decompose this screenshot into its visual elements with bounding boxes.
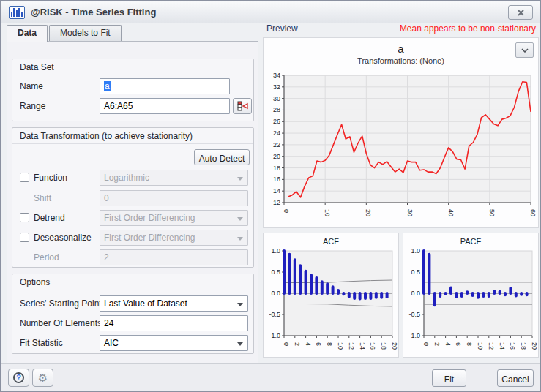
chevron-down-icon bbox=[521, 48, 529, 53]
chart-title: a bbox=[264, 42, 538, 55]
acf-card: ACF 1.00.50.0-0.5-1.002468101214161820 bbox=[263, 233, 399, 358]
fit-button[interactable]: Fit bbox=[432, 369, 466, 387]
name-label: Name bbox=[20, 81, 43, 91]
close-button[interactable] bbox=[508, 5, 533, 20]
preview-options-button[interactable] bbox=[515, 42, 534, 58]
period-label: Period bbox=[34, 252, 59, 263]
options-header: Options bbox=[12, 274, 253, 290]
svg-text:-0.5: -0.5 bbox=[408, 311, 420, 318]
acf-plot: 1.00.50.0-0.5-1.002468101214161820 bbox=[265, 248, 398, 356]
svg-text:12: 12 bbox=[348, 342, 355, 350]
starting-point-dropdown[interactable]: Last Value of Dataset bbox=[100, 295, 248, 312]
footer-bar: ? ⚙ Fit Cancel bbox=[1, 363, 540, 391]
svg-text:12: 12 bbox=[273, 199, 280, 206]
stationarity-warning: Mean appears to be non-stationary bbox=[400, 23, 536, 34]
name-input[interactable]: a bbox=[100, 78, 230, 94]
svg-text:-0.5: -0.5 bbox=[269, 311, 280, 318]
tab-data[interactable]: Data bbox=[7, 25, 48, 42]
function-dropdown[interactable]: Logarithmic bbox=[100, 170, 248, 186]
shift-label: Shift bbox=[34, 193, 51, 203]
fit-statistic-dropdown[interactable]: AIC bbox=[100, 335, 248, 351]
svg-text:34: 34 bbox=[273, 72, 280, 79]
svg-text:4: 4 bbox=[444, 342, 452, 346]
svg-text:10: 10 bbox=[324, 209, 331, 216]
svg-text:0: 0 bbox=[283, 209, 290, 213]
chevron-down-icon bbox=[237, 237, 243, 241]
svg-text:24: 24 bbox=[273, 129, 280, 137]
chevron-down-icon bbox=[237, 303, 243, 306]
data-transformation-group: Data Transformation (to achieve stationa… bbox=[12, 127, 254, 268]
svg-text:14: 14 bbox=[359, 342, 366, 350]
svg-text:60: 60 bbox=[529, 209, 537, 216]
detrend-dropdown[interactable]: First Order Differencing bbox=[100, 210, 248, 226]
svg-text:28: 28 bbox=[273, 106, 280, 113]
window-title: @RISK - Time Series Fitting bbox=[31, 7, 156, 18]
svg-text:0: 0 bbox=[283, 342, 290, 346]
data-transformation-header: Data Transformation (to achieve stationa… bbox=[12, 128, 253, 144]
range-label: Range bbox=[20, 101, 45, 111]
shift-input[interactable]: 0 bbox=[100, 190, 248, 206]
svg-text:20: 20 bbox=[531, 342, 538, 350]
time-series-plot: 1214161820222426283032340102030405060 bbox=[265, 72, 537, 226]
svg-text:26: 26 bbox=[273, 118, 280, 125]
svg-text:2: 2 bbox=[294, 342, 301, 346]
detrend-checkbox[interactable] bbox=[20, 213, 29, 222]
svg-text:16: 16 bbox=[509, 342, 516, 350]
deseasonalize-checkbox[interactable] bbox=[20, 233, 29, 242]
range-picker-button[interactable] bbox=[233, 98, 252, 114]
svg-text:20: 20 bbox=[391, 342, 398, 350]
svg-text:40: 40 bbox=[447, 209, 455, 216]
range-input[interactable]: A6:A65 bbox=[100, 98, 230, 114]
help-button[interactable]: ? bbox=[8, 369, 29, 387]
svg-text:20: 20 bbox=[273, 153, 280, 160]
deseasonalize-label: Deseasonalize bbox=[34, 233, 92, 243]
cancel-button[interactable]: Cancel bbox=[497, 369, 534, 387]
svg-text:16: 16 bbox=[369, 342, 376, 350]
svg-text:20: 20 bbox=[365, 209, 372, 216]
data-set-header: Data Set bbox=[12, 59, 253, 75]
options-group: Options Series' Starting Point Last Valu… bbox=[12, 274, 254, 354]
svg-text:10: 10 bbox=[477, 342, 484, 350]
svg-text:50: 50 bbox=[488, 209, 496, 216]
svg-text:2: 2 bbox=[433, 342, 441, 346]
svg-text:14: 14 bbox=[499, 342, 506, 350]
chevron-down-icon bbox=[237, 177, 243, 181]
svg-text:-1.0: -1.0 bbox=[408, 332, 420, 339]
function-label: Function bbox=[34, 173, 67, 183]
time-series-fitting-dialog: @RISK - Time Series Fitting Data Models … bbox=[0, 0, 541, 392]
svg-text:0.5: 0.5 bbox=[271, 268, 280, 276]
acf-title: ACF bbox=[264, 237, 398, 246]
cell-selector-icon bbox=[237, 101, 248, 111]
preview-label: Preview bbox=[266, 23, 298, 34]
data-tab-page: Data Set Name a Range A6:A65 Data Transf… bbox=[7, 41, 258, 364]
fit-statistic-label: Fit Statistic bbox=[20, 338, 63, 348]
pacf-plot: 1.00.50.0-0.5-1.002468101214161820 bbox=[405, 248, 538, 356]
settings-button[interactable]: ⚙ bbox=[32, 369, 53, 387]
svg-text:8: 8 bbox=[466, 342, 473, 346]
deseasonalize-dropdown[interactable]: First Order Differencing bbox=[100, 230, 248, 246]
chart-subtitle: Transformations: (None) bbox=[264, 56, 538, 65]
svg-text:1.0: 1.0 bbox=[271, 248, 280, 255]
period-input[interactable]: 2 bbox=[100, 249, 248, 265]
risk-bar-chart-icon bbox=[9, 6, 25, 19]
svg-text:10: 10 bbox=[337, 342, 344, 350]
svg-text:18: 18 bbox=[380, 342, 387, 350]
main-chart-card: a Transformations: (None) 12141618202224… bbox=[263, 37, 539, 228]
svg-text:30: 30 bbox=[406, 209, 414, 216]
tab-models-to-fit[interactable]: Models to Fit bbox=[49, 25, 122, 41]
svg-text:0.0: 0.0 bbox=[411, 290, 420, 297]
svg-text:18: 18 bbox=[520, 342, 527, 350]
data-set-group: Data Set Name a Range A6:A65 bbox=[12, 59, 254, 121]
number-of-elements-input[interactable]: 24 bbox=[100, 315, 248, 331]
auto-detect-button[interactable]: Auto Detect bbox=[194, 149, 250, 165]
chevron-down-icon bbox=[237, 342, 243, 346]
function-checkbox[interactable] bbox=[20, 173, 29, 182]
svg-text:0: 0 bbox=[422, 342, 430, 346]
chevron-down-icon bbox=[237, 217, 243, 221]
detrend-label: Detrend bbox=[34, 213, 65, 223]
starting-point-label: Series' Starting Point bbox=[20, 298, 102, 309]
tab-strip: Data Models to Fit bbox=[7, 25, 123, 41]
svg-text:-1.0: -1.0 bbox=[269, 332, 280, 339]
svg-text:18: 18 bbox=[273, 165, 280, 172]
svg-text:12: 12 bbox=[488, 342, 495, 350]
